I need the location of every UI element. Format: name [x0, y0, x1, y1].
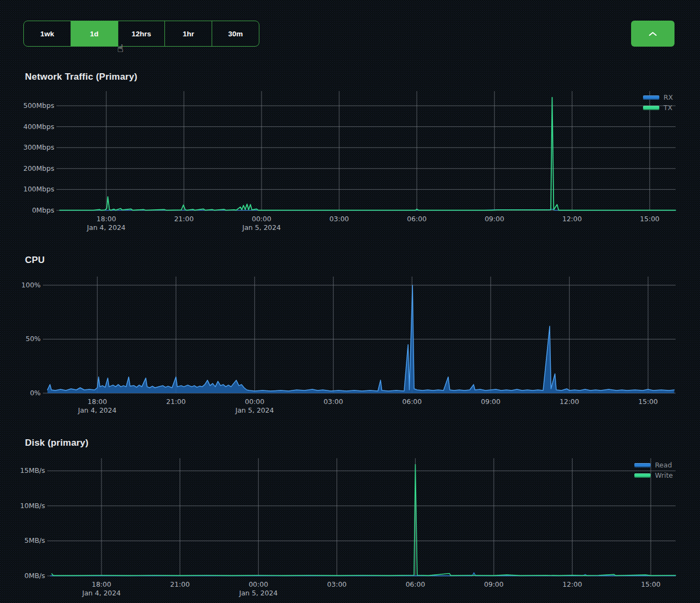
svg-text:00:00: 00:00 [245, 397, 264, 406]
svg-text:09:00: 09:00 [481, 397, 500, 406]
monitoring-dashboard: { "toolbar": { "time_ranges": [ {"label"… [0, 0, 700, 603]
disk-legend: ReadWrite [634, 462, 673, 479]
svg-text:18:00: 18:00 [97, 215, 116, 223]
svg-text:00:00: 00:00 [249, 580, 268, 588]
svg-text:200Mbps: 200Mbps [23, 164, 54, 172]
network-traffic-section: Network Traffic (Primary) 18:00Jan 4, 20… [0, 66, 700, 240]
legend-item-tx[interactable]: TX [643, 105, 673, 112]
svg-text:0%: 0% [30, 389, 41, 397]
network-traffic-chart: 18:00Jan 4, 202421:0000:00Jan 5, 202403:… [0, 66, 700, 240]
svg-text:21:00: 21:00 [166, 397, 186, 406]
legend-swatch-icon [634, 473, 651, 478]
svg-text:Jan 4, 2024: Jan 4, 2024 [78, 406, 117, 414]
time-range-1d-button[interactable]: 1d [71, 21, 118, 46]
svg-text:15:00: 15:00 [638, 397, 658, 406]
svg-text:Jan 5, 2024: Jan 5, 2024 [241, 223, 281, 232]
svg-text:12:00: 12:00 [559, 397, 579, 406]
svg-text:5MB/s: 5MB/s [24, 536, 45, 544]
chevron-up-icon [648, 31, 657, 36]
legend-swatch-icon [643, 106, 659, 110]
svg-text:500Mbps: 500Mbps [23, 101, 54, 110]
time-range-1hr-button[interactable]: 1hr [165, 21, 212, 46]
legend-item-read[interactable]: Read [634, 462, 673, 469]
svg-text:50%: 50% [26, 335, 41, 343]
legend-label: Write [655, 472, 673, 479]
cpu-chart: 18:00Jan 4, 202421:0000:00Jan 5, 202403:… [0, 249, 700, 418]
svg-text:15:00: 15:00 [640, 215, 659, 223]
legend-label: Read [655, 462, 672, 469]
legend-swatch-icon [643, 95, 659, 100]
svg-text:Jan 5, 2024: Jan 5, 2024 [235, 406, 274, 414]
legend-label: TX [664, 105, 672, 112]
time-range-1wk-button[interactable]: 1wk [24, 21, 71, 46]
svg-text:03:00: 03:00 [327, 580, 347, 588]
svg-text:00:00: 00:00 [252, 215, 271, 223]
time-range-12hrs-button[interactable]: 12hrs [118, 21, 166, 46]
svg-text:21:00: 21:00 [170, 580, 190, 588]
cpu-section: CPU 18:00Jan 4, 202421:0000:00Jan 5, 202… [0, 249, 700, 418]
svg-text:15:00: 15:00 [641, 580, 660, 588]
svg-text:Jan 5, 2024: Jan 5, 2024 [239, 589, 278, 597]
svg-text:21:00: 21:00 [174, 215, 194, 223]
svg-text:0Mbps: 0Mbps [32, 206, 54, 214]
time-range-30m-button[interactable]: 30m [212, 21, 259, 46]
svg-text:18:00: 18:00 [87, 397, 107, 406]
svg-text:10MB/s: 10MB/s [20, 502, 45, 510]
svg-text:Jan 4, 2024: Jan 4, 2024 [82, 589, 121, 597]
svg-text:100%: 100% [21, 281, 41, 289]
svg-text:18:00: 18:00 [92, 580, 111, 588]
legend-label: RX [664, 94, 673, 101]
network-traffic-legend: RXTX [643, 94, 673, 111]
svg-text:15MB/s: 15MB/s [20, 466, 45, 474]
svg-text:06:00: 06:00 [402, 397, 422, 406]
svg-text:06:00: 06:00 [407, 215, 427, 223]
legend-swatch-icon [634, 463, 651, 467]
svg-text:09:00: 09:00 [485, 215, 504, 223]
svg-text:03:00: 03:00 [329, 215, 349, 223]
svg-text:Jan 4, 2024: Jan 4, 2024 [86, 223, 125, 232]
svg-text:03:00: 03:00 [323, 397, 343, 406]
legend-item-rx[interactable]: RX [643, 94, 673, 101]
disk-chart: 18:00Jan 4, 202421:0000:00Jan 5, 202403:… [0, 432, 700, 603]
svg-text:12:00: 12:00 [562, 215, 582, 223]
svg-text:300Mbps: 300Mbps [23, 143, 54, 151]
collapse-panel-button[interactable] [631, 21, 674, 47]
disk-section: Disk (primary) 18:00Jan 4, 202421:0000:0… [0, 432, 700, 603]
svg-text:06:00: 06:00 [405, 580, 425, 588]
time-range-button-group: 1wk 1d 12hrs 1hr 30m [23, 21, 259, 47]
svg-text:09:00: 09:00 [484, 580, 504, 588]
svg-text:100Mbps: 100Mbps [23, 185, 54, 193]
svg-text:12:00: 12:00 [563, 580, 582, 588]
svg-text:400Mbps: 400Mbps [23, 123, 54, 131]
legend-item-write[interactable]: Write [634, 472, 673, 479]
svg-text:0MB/s: 0MB/s [24, 572, 45, 580]
